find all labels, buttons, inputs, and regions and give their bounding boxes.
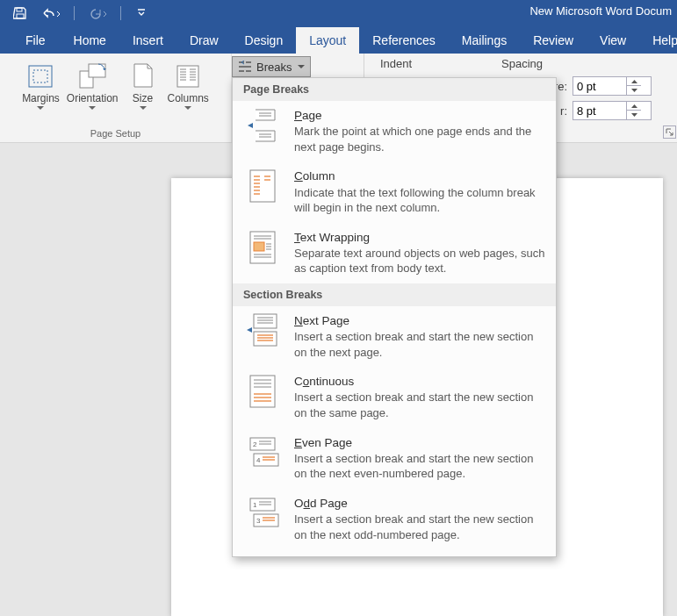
redo-icon [89, 7, 106, 19]
orientation-button[interactable]: Orientation [67, 61, 119, 111]
even-page-icon: 24 [245, 434, 280, 471]
spacing-header: Spacing [501, 57, 543, 70]
spin-down[interactable] [627, 86, 641, 95]
tab-draw[interactable]: Draw [176, 27, 232, 54]
size-label: Size [133, 92, 153, 104]
menu-item-desc: Separate text around objects on web page… [294, 246, 545, 276]
caret-down-icon [631, 89, 637, 92]
caret-up-icon [631, 104, 637, 108]
svg-rect-3 [33, 70, 47, 82]
chevron-down-icon [37, 106, 44, 111]
title-bar: New Microsoft Word Docum [0, 0, 677, 25]
svg-rect-40 [254, 332, 277, 346]
column-break-icon [247, 168, 278, 204]
tab-home[interactable]: Home [61, 27, 119, 54]
spacing-before-input[interactable] [573, 77, 626, 95]
caret-down-icon [631, 113, 637, 117]
spacing-after-spinner[interactable] [573, 101, 652, 120]
tab-review[interactable]: Review [520, 27, 587, 54]
tab-mailings[interactable]: Mailings [449, 27, 520, 54]
menu-item-continuous[interactable]: ContinuousInsert a section break and sta… [233, 367, 556, 427]
undo-button[interactable] [37, 3, 65, 24]
tab-file[interactable]: File [11, 27, 61, 54]
margins-label: Margins [22, 92, 60, 104]
orientation-label: Orientation [67, 92, 119, 104]
quick-access-toolbar [0, 3, 153, 24]
separator [74, 6, 75, 20]
menu-item-odd-page[interactable]: 13 Odd PageInsert a section break and st… [233, 489, 556, 549]
menu-item-desc: Insert a section break and start the new… [294, 329, 545, 360]
tab-references[interactable]: References [359, 27, 449, 54]
ribbon: Margins Orientation Size Columns Page Se… [0, 54, 677, 143]
save-icon [13, 6, 27, 20]
svg-rect-21 [250, 170, 275, 202]
spacing-before-spinner[interactable] [573, 76, 652, 96]
svg-text:2: 2 [253, 441, 257, 448]
dropdown-header-page-breaks: Page Breaks [233, 78, 556, 101]
ribbon-tabs: File Home Insert Draw Design Layout Refe… [0, 25, 677, 54]
breaks-dropdown: Page Breaks PageMark the point at which … [232, 77, 557, 557]
menu-item-title: Odd Page [294, 496, 545, 512]
tab-layout[interactable]: Layout [296, 27, 359, 54]
undo-icon [42, 7, 60, 19]
spacing-after-input[interactable] [573, 102, 626, 119]
menu-item-desc: Insert a section break and start the new… [294, 451, 545, 482]
menu-item-title: Even Page [294, 435, 545, 451]
spin-up[interactable] [627, 77, 641, 86]
menu-item-title: Column [294, 168, 545, 184]
spin-down[interactable] [627, 111, 641, 119]
breaks-button[interactable]: Breaks [232, 56, 311, 77]
svg-text:4: 4 [256, 456, 261, 464]
odd-page-icon: 13 [245, 495, 280, 532]
continuous-icon [247, 373, 278, 410]
menu-item-title: Next Page [294, 313, 545, 329]
group-name-page-setup: Page Setup [90, 126, 141, 140]
menu-item-desc: Insert a section break and start the new… [294, 512, 545, 542]
redo-button[interactable] [83, 3, 112, 24]
margins-icon [26, 61, 54, 90]
menu-item-desc: Insert a section break and start the new… [294, 390, 545, 420]
menu-item-text-wrapping[interactable]: Text WrappingSeparate text around object… [233, 223, 556, 283]
size-button[interactable]: Size [126, 61, 161, 111]
orientation-icon [77, 61, 107, 90]
customize-qat-button[interactable] [130, 3, 153, 24]
group-page-setup: Margins Orientation Size Columns Page Se… [0, 54, 232, 142]
chevron-down-icon [298, 65, 305, 69]
columns-button[interactable]: Columns [168, 61, 209, 111]
svg-rect-39 [254, 314, 277, 328]
columns-label: Columns [168, 92, 209, 104]
chevron-down-icon [184, 106, 191, 111]
menu-item-title: Continuous [294, 374, 545, 390]
menu-item-page-break[interactable]: PageMark the point at which one page end… [233, 101, 556, 161]
dialog-launcher[interactable] [663, 125, 676, 139]
svg-text:1: 1 [253, 501, 257, 509]
menu-item-even-page[interactable]: 24 Even PageInsert a section break and s… [233, 428, 556, 489]
tab-design[interactable]: Design [232, 27, 297, 54]
separator [120, 6, 121, 20]
save-button[interactable] [9, 3, 32, 24]
indent-header: Indent [371, 57, 501, 70]
tab-insert[interactable]: Insert [119, 27, 176, 54]
menu-item-column-break[interactable]: ColumnIndicate that the text following t… [233, 161, 556, 222]
page-break-icon [245, 108, 280, 143]
chevron-down-icon [89, 106, 96, 111]
breaks-icon [238, 61, 252, 73]
spin-up[interactable] [627, 102, 641, 111]
chevron-down-icon [140, 106, 147, 111]
breaks-label: Breaks [256, 61, 292, 74]
tab-help[interactable]: Help [639, 27, 677, 54]
menu-item-next-page[interactable]: Next PageInsert a section break and star… [233, 306, 556, 367]
svg-text:3: 3 [256, 517, 261, 525]
menu-item-title: Page [294, 108, 545, 124]
next-page-icon [245, 312, 280, 349]
columns-icon [175, 61, 201, 90]
menu-item-desc: Indicate that the text following the col… [294, 185, 545, 216]
margins-button[interactable]: Margins [22, 61, 60, 111]
menu-item-desc: Mark the point at which one page ends an… [294, 124, 545, 154]
size-icon [132, 61, 155, 90]
svg-rect-1 [17, 14, 24, 18]
svg-rect-31 [254, 242, 264, 251]
text-wrapping-icon [247, 229, 278, 266]
dropdown-header-section-breaks: Section Breaks [233, 283, 556, 306]
tab-view[interactable]: View [587, 27, 639, 54]
